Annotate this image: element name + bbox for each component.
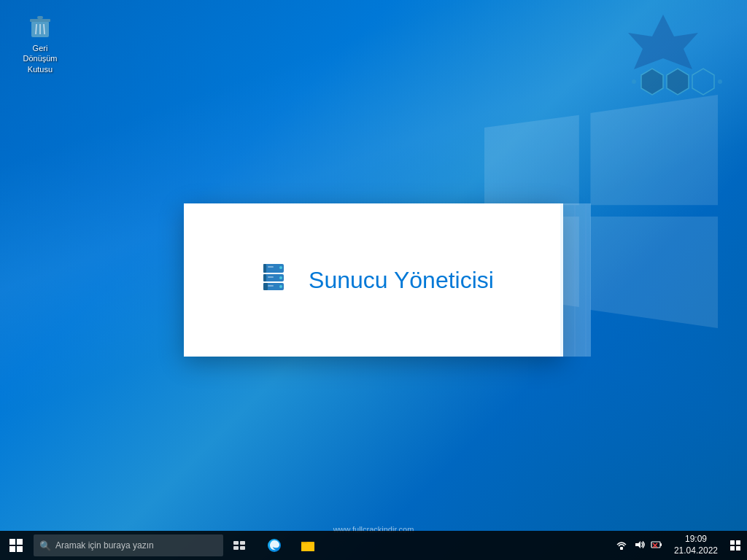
desktop: Geri Dönüşüm Kutusu [0, 0, 747, 560]
svg-rect-48 [730, 540, 735, 545]
svg-rect-14 [30, 19, 50, 22]
recycle-bin-label: Geri Dönüşüm Kutusu [23, 43, 57, 74]
svg-rect-37 [233, 546, 239, 550]
svg-marker-3 [590, 217, 718, 328]
svg-rect-45 [660, 543, 662, 546]
system-tray [610, 538, 668, 553]
search-icon: 🔍 [39, 540, 51, 551]
clock[interactable]: 19:09 21.04.2022 [668, 531, 724, 560]
svg-rect-32 [17, 539, 23, 545]
file-explorer-taskbar[interactable] [292, 531, 324, 560]
splash-window: Sunucu Yöneticisi [184, 203, 563, 357]
svg-rect-42 [620, 547, 623, 550]
svg-line-13 [44, 24, 44, 34]
notification-button[interactable] [724, 531, 747, 560]
svg-rect-24 [268, 285, 274, 287]
server-manager-icon [253, 258, 294, 302]
svg-rect-17 [263, 264, 266, 273]
svg-rect-19 [263, 274, 266, 281]
svg-marker-1 [590, 95, 718, 205]
svg-point-9 [718, 79, 722, 84]
recycle-bin-image [26, 11, 55, 40]
svg-marker-0 [484, 115, 579, 206]
svg-point-25 [279, 266, 282, 269]
search-placeholder-text: Aramak için buraya yazın [55, 540, 154, 551]
taskbar-right: 19:09 21.04.2022 [610, 531, 747, 560]
network-icon[interactable] [614, 538, 629, 553]
start-button[interactable] [0, 531, 32, 560]
search-bar[interactable]: 🔍 Aramak için buraya yazın [34, 534, 223, 556]
recycle-bin-icon[interactable]: Geri Dönüşüm Kutusu [11, 11, 69, 74]
svg-rect-21 [263, 283, 268, 290]
svg-rect-35 [233, 541, 239, 545]
svg-point-26 [279, 276, 282, 279]
svg-line-11 [36, 24, 36, 34]
svg-rect-28 [560, 203, 591, 357]
svg-point-27 [279, 285, 282, 288]
clock-date: 21.04.2022 [674, 545, 718, 557]
windows-logo-right [560, 203, 591, 357]
splash-content: Sunucu Yöneticisi [253, 258, 494, 302]
svg-rect-36 [240, 541, 245, 545]
svg-marker-5 [641, 69, 663, 95]
svg-rect-23 [268, 276, 274, 278]
svg-rect-50 [730, 546, 735, 551]
hex-pattern-decoration [590, 11, 736, 109]
taskbar: 🔍 Aramak için buraya yazın [0, 531, 747, 560]
edge-browser-taskbar[interactable] [258, 531, 290, 560]
svg-rect-34 [17, 546, 23, 552]
splash-title: Sunucu Yöneticisi [309, 267, 494, 294]
svg-rect-31 [9, 539, 15, 545]
clock-time: 19:09 [685, 534, 707, 545]
svg-rect-49 [736, 540, 740, 545]
svg-rect-51 [736, 546, 740, 551]
svg-rect-41 [301, 543, 314, 551]
svg-rect-33 [9, 546, 15, 552]
svg-marker-4 [628, 15, 698, 69]
svg-marker-43 [635, 541, 640, 548]
taskbar-pinned-apps [258, 531, 324, 560]
svg-rect-38 [240, 546, 245, 550]
task-view-button[interactable] [223, 531, 255, 560]
svg-rect-22 [268, 266, 274, 268]
svg-point-8 [632, 79, 636, 84]
battery-warning-icon[interactable] [649, 538, 664, 553]
volume-icon[interactable] [632, 538, 646, 553]
svg-rect-15 [37, 16, 43, 19]
svg-marker-7 [692, 69, 714, 95]
svg-marker-6 [667, 69, 689, 95]
